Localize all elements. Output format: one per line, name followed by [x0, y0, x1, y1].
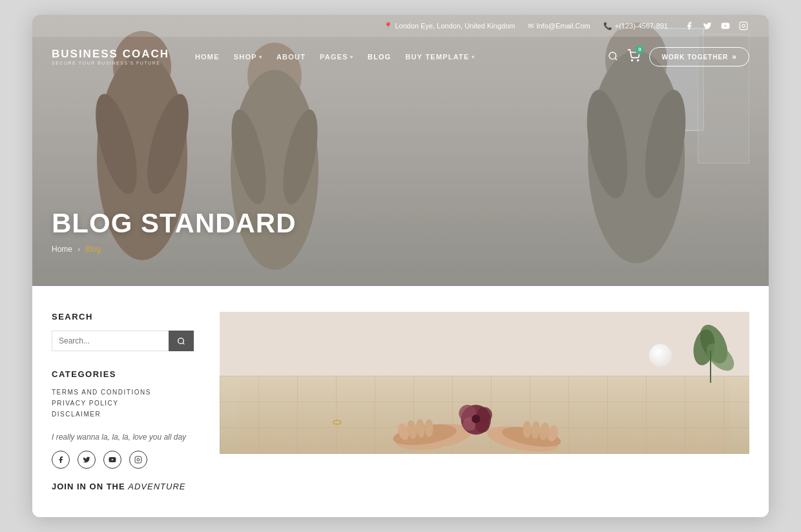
browser-frame: 📍 London Eye, London, United Kingdom ✉ I… — [32, 15, 769, 517]
breadcrumb-current[interactable]: Blog — [85, 245, 101, 254]
phone-text: +(123)-4567-891 — [615, 22, 668, 30]
breadcrumb-home[interactable]: Home — [52, 245, 72, 254]
nav-shop[interactable]: SHOP ▾ — [234, 53, 262, 61]
nav-about[interactable]: ABOUT — [276, 53, 306, 61]
breadcrumb-separator: › — [78, 245, 80, 254]
hero-section: 📍 London Eye, London, United Kingdom ✉ I… — [32, 15, 769, 286]
category-list: TERMS AND CONDITIONS PRIVACY POLICY DISC… — [52, 387, 194, 420]
nav-home[interactable]: HOME — [195, 53, 220, 61]
svg-point-35 — [523, 421, 531, 438]
search-input[interactable] — [52, 331, 169, 351]
svg-point-15 — [632, 59, 633, 61]
ring-detail — [333, 420, 342, 425]
navbar: BUSINESS COACH SECURE YOUR BUSINESS'S FU… — [32, 38, 769, 76]
category-item-3[interactable]: DISCLAIMER — [52, 409, 194, 420]
breadcrumb: Home › Blog — [52, 245, 296, 254]
cart-count-badge: 0 — [635, 45, 644, 54]
logo-sub-text: SECURE YOUR BUSINESS'S FUTURE — [52, 61, 169, 65]
decorative-ball — [649, 344, 672, 367]
location-text: London Eye, London, United Kingdom — [395, 22, 515, 30]
svg-point-14 — [609, 52, 616, 59]
nav-links: HOME SHOP ▾ ABOUT PAGES ▾ BLOG BUY TEMPL… — [195, 53, 609, 61]
categories-title: CATEGORIES — [52, 369, 194, 379]
email-info: ✉ Info@Email.Com — [528, 22, 590, 30]
category-item-1[interactable]: TERMS AND CONDITIONS — [52, 387, 194, 398]
join-title: JOIN IN ON THE ADVENTURE — [52, 482, 194, 491]
bottom-section: SEARCH CATEGORIES TERMS AND CONDITIONS P… — [32, 286, 769, 517]
svg-point-29 — [425, 420, 433, 438]
top-bar-info: 📍 London Eye, London, United Kingdom ✉ I… — [384, 22, 669, 30]
search-wrapper — [52, 331, 194, 351]
blog-image-art — [220, 312, 749, 454]
email-icon: ✉ — [528, 22, 534, 30]
sidebar-facebook-icon[interactable] — [52, 451, 70, 469]
sidebar-twitter-icon[interactable] — [78, 451, 96, 469]
logo-main-text: BUSINESS COACH — [52, 48, 169, 59]
svg-point-16 — [638, 59, 639, 61]
search-icon[interactable] — [608, 51, 618, 63]
svg-point-17 — [178, 338, 184, 343]
svg-point-41 — [472, 414, 480, 423]
nav-blog[interactable]: BLOG — [368, 53, 391, 61]
search-section-title: SEARCH — [52, 312, 194, 322]
twitter-icon-topbar[interactable] — [702, 20, 713, 32]
category-item-2[interactable]: PRIVACY POLICY — [52, 398, 194, 409]
email-text: Info@Email.Com — [536, 22, 590, 30]
sidebar-youtube-icon[interactable] — [103, 451, 121, 469]
search-button[interactable] — [169, 331, 194, 351]
nav-buy-template[interactable]: BUY TEMPLATE ▾ — [406, 53, 475, 61]
cart-button[interactable]: 0 — [627, 49, 640, 65]
phone-icon: 📞 — [603, 22, 612, 30]
youtube-icon-topbar[interactable] — [720, 20, 731, 32]
sidebar: SEARCH CATEGORIES TERMS AND CONDITIONS P… — [52, 312, 194, 491]
work-together-arrow: » — [732, 52, 737, 61]
sidebar-instagram-icon[interactable] — [129, 451, 147, 469]
instagram-icon-topbar[interactable] — [738, 20, 749, 32]
facebook-icon-topbar[interactable] — [683, 20, 695, 32]
blog-post-image — [220, 312, 749, 454]
svg-rect-18 — [135, 456, 141, 463]
phone-info: 📞 +(123)-4567-891 — [603, 22, 668, 30]
nav-pages[interactable]: PAGES ▾ — [320, 53, 353, 61]
hands-area — [239, 369, 730, 454]
sidebar-tagline: I really wanna la, la, la, love you all … — [52, 433, 194, 442]
top-bar-socials — [683, 20, 749, 32]
shop-chevron: ▾ — [259, 54, 262, 60]
work-together-button[interactable]: WORK TOGETHER » — [649, 47, 749, 66]
template-chevron: ▾ — [472, 54, 475, 60]
main-content — [220, 312, 749, 491]
svg-rect-12 — [740, 22, 747, 30]
logo[interactable]: BUSINESS COACH SECURE YOUR BUSINESS'S FU… — [52, 48, 169, 65]
hero-content: BLOG STANDARD Home › Blog — [52, 209, 296, 254]
hero-title: BLOG STANDARD — [52, 209, 296, 238]
location-info: 📍 London Eye, London, United Kingdom — [384, 22, 515, 30]
work-together-label: WORK TOGETHER — [661, 54, 728, 61]
pages-chevron: ▾ — [350, 54, 353, 60]
join-italic: ADVENTURE — [128, 482, 185, 491]
top-bar: 📍 London Eye, London, United Kingdom ✉ I… — [32, 15, 769, 37]
location-icon: 📍 — [384, 22, 393, 30]
nav-right: 0 WORK TOGETHER » — [608, 47, 749, 66]
sidebar-socials — [52, 451, 194, 469]
join-text: JOIN IN ON THE — [52, 482, 128, 491]
